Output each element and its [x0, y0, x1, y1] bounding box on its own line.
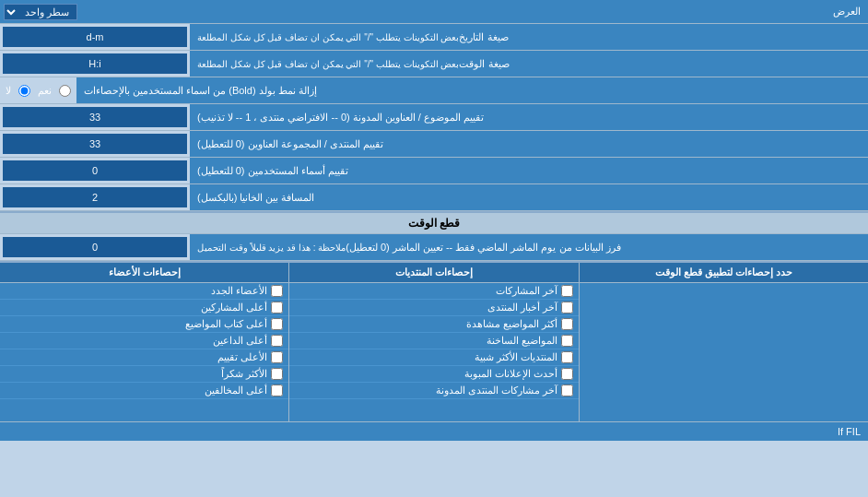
- display-select-wrap[interactable]: سطر واحد سطرين ثلاثة أسطر: [0, 2, 81, 22]
- time-format-input[interactable]: [3, 53, 187, 74]
- forum-title-rank-input[interactable]: [3, 107, 187, 127]
- display-label: العرض: [81, 3, 868, 20]
- list-item: أكثر المواضيع مشاهدة: [289, 316, 578, 333]
- members-item-5-checkbox[interactable]: [271, 368, 283, 380]
- members-item-6-label: أعلى المخالفين: [205, 385, 267, 396]
- members-item-2-label: أعلى كتاب المواضيع: [185, 318, 267, 330]
- apply-stats-header: حدد إحصاءات لتطبيق قطع الوقت: [580, 263, 868, 283]
- posts-item-6-label: آخر مشاركات المنتدى المدونة: [436, 385, 557, 396]
- date-format-label: صيغة التاريخ بعض التكوينات يتطلب "/" الت…: [190, 24, 868, 50]
- date-format-field[interactable]: [8, 31, 182, 42]
- time-format-label: صيغة الوقت بعض التكوينات يتطلب "/" التي …: [190, 51, 868, 77]
- list-item: أعلى الداعين: [0, 333, 288, 349]
- list-item: آخر مشاركات المنتدى المدونة: [289, 383, 578, 399]
- cutoff-header: قطع الوقت: [0, 211, 868, 234]
- bold-yes-radio[interactable]: [59, 85, 71, 97]
- list-item: أعلى المشاركين: [0, 300, 288, 316]
- posts-stats-items: آخر المشاركات آخر أخبار المنتدى أكثر الم…: [289, 283, 578, 399]
- list-item: أعلى كتاب المواضيع: [0, 316, 288, 333]
- posts-item-3-label: المواضيع الساخنة: [487, 335, 557, 347]
- list-item: آخر أخبار المنتدى: [289, 300, 578, 316]
- time-format-sub: بعض التكوينات يتطلب "/" التي يمكن ان تضا…: [197, 59, 459, 69]
- members-item-0-checkbox[interactable]: [271, 285, 283, 297]
- display-row: العرض سطر واحد سطرين ثلاثة أسطر: [0, 0, 868, 24]
- data-filter-sub: ملاحظة : هذا قد يزيد قليلاً وقت التحميل: [197, 243, 346, 253]
- display-dropdown[interactable]: سطر واحد سطرين ثلاثة أسطر: [4, 4, 77, 20]
- distance-field[interactable]: [8, 192, 182, 203]
- posts-stats-header: إحصاءات المنتديات: [289, 263, 578, 283]
- list-item: آخر المشاركات: [289, 283, 578, 300]
- members-item-6-checkbox[interactable]: [271, 385, 283, 396]
- main-container: العرض سطر واحد سطرين ثلاثة أسطر صيغة الت…: [0, 0, 868, 441]
- distance-label: المسافة بين الخانيا (بالبكسل): [190, 184, 868, 210]
- bold-yes-label: نعم: [38, 85, 52, 97]
- time-format-main: صيغة الوقت: [459, 58, 509, 70]
- members-item-3-label: أعلى الداعين: [213, 335, 267, 347]
- forum-group-rank-label: تقييم المنتدى / المجموعة العناوين (0 للت…: [190, 131, 868, 157]
- members-item-4-label: الأعلى تقييم: [217, 351, 267, 363]
- data-filter-input[interactable]: [3, 237, 187, 257]
- members-item-1-checkbox[interactable]: [271, 302, 283, 314]
- data-filter-label: فرز البيانات من يوم الماشر الماضي فقط --…: [190, 234, 868, 260]
- posts-item-1-label: آخر أخبار المنتدى: [487, 302, 557, 314]
- user-names-rank-row: تقييم أسماء المستخدمين (0 للتعطيل): [0, 158, 868, 184]
- apply-stats-body: [580, 283, 868, 421]
- time-format-row: صيغة الوقت بعض التكوينات يتطلب "/" التي …: [0, 51, 868, 77]
- list-item: الأكثر شكراً: [0, 366, 288, 383]
- apply-stats-col: حدد إحصاءات لتطبيق قطع الوقت: [579, 263, 868, 421]
- members-stats-header: إحصاءات الأعضاء: [0, 263, 288, 283]
- time-format-field[interactable]: [8, 58, 182, 69]
- bold-no-label: لا: [6, 85, 11, 97]
- posts-item-5-checkbox[interactable]: [561, 368, 573, 380]
- distance-row: المسافة بين الخانيا (بالبكسل): [0, 184, 868, 211]
- user-names-rank-label: تقييم أسماء المستخدمين (0 للتعطيل): [190, 158, 868, 183]
- members-item-4-checkbox[interactable]: [271, 351, 283, 363]
- list-item: الأعضاء الجدد: [0, 283, 288, 300]
- data-filter-row: فرز البيانات من يوم الماشر الماضي فقط --…: [0, 234, 868, 261]
- posts-stats-col: إحصاءات المنتديات آخر المشاركات آخر أخبا…: [288, 263, 578, 421]
- posts-item-0-checkbox[interactable]: [561, 285, 573, 297]
- posts-item-6-checkbox[interactable]: [561, 385, 573, 396]
- data-filter-field[interactable]: [8, 242, 182, 253]
- forum-title-rank-label: تقييم الموضوع / العناوين المدونة (0 -- ا…: [190, 104, 868, 130]
- posts-item-1-checkbox[interactable]: [561, 302, 573, 314]
- posts-item-2-label: أكثر المواضيع مشاهدة: [466, 318, 557, 330]
- list-item: المنتديات الأكثر شبية: [289, 349, 578, 366]
- forum-group-rank-input[interactable]: [3, 134, 187, 154]
- list-item: الأعلى تقييم: [0, 349, 288, 366]
- list-item: أحدث الإعلانات المبوبة: [289, 366, 578, 383]
- date-format-sub: بعض التكوينات يتطلب "/" التي يمكن ان تضا…: [197, 32, 459, 42]
- members-item-3-checkbox[interactable]: [271, 335, 283, 347]
- members-item-2-checkbox[interactable]: [271, 318, 283, 330]
- bold-remove-radio-group: نعم لا: [0, 83, 76, 99]
- members-stats-items: الأعضاء الجدد أعلى المشاركين أعلى كتاب ا…: [0, 283, 288, 399]
- distance-input[interactable]: [3, 187, 187, 207]
- date-format-row: صيغة التاريخ بعض التكوينات يتطلب "/" الت…: [0, 24, 868, 51]
- forum-title-rank-field[interactable]: [8, 112, 182, 123]
- data-filter-main: فرز البيانات من يوم الماشر الماضي فقط --…: [346, 242, 620, 254]
- user-names-rank-field[interactable]: [8, 165, 182, 176]
- members-stats-col: إحصاءات الأعضاء الأعضاء الجدد أعلى المشا…: [0, 263, 288, 421]
- posts-item-3-checkbox[interactable]: [561, 335, 573, 347]
- bold-remove-label: إزالة نمط بولد (Bold) من اسماء المستخدمي…: [76, 77, 868, 103]
- user-names-rank-input[interactable]: [3, 160, 187, 181]
- forum-group-rank-field[interactable]: [8, 138, 182, 149]
- posts-item-4-label: المنتديات الأكثر شبية: [475, 351, 557, 363]
- members-item-0-label: الأعضاء الجدد: [211, 285, 267, 297]
- members-item-5-label: الأكثر شكراً: [221, 368, 267, 380]
- date-format-main: صيغة التاريخ: [459, 31, 508, 43]
- posts-item-4-checkbox[interactable]: [561, 351, 573, 363]
- date-format-input[interactable]: [3, 27, 187, 47]
- posts-item-2-checkbox[interactable]: [561, 318, 573, 330]
- forum-title-rank-row: تقييم الموضوع / العناوين المدونة (0 -- ا…: [0, 104, 868, 131]
- posts-item-5-label: أحدث الإعلانات المبوبة: [464, 368, 557, 380]
- list-item: المواضيع الساخنة: [289, 333, 578, 349]
- bottom-note: If FIL: [0, 421, 868, 441]
- list-item: أعلى المخالفين: [0, 383, 288, 399]
- bottom-note-text: If FIL: [838, 426, 861, 437]
- bold-remove-row: إزالة نمط بولد (Bold) من اسماء المستخدمي…: [0, 77, 868, 104]
- members-item-1-label: أعلى المشاركين: [201, 302, 267, 314]
- bold-no-radio[interactable]: [18, 85, 30, 97]
- forum-group-rank-row: تقييم المنتدى / المجموعة العناوين (0 للت…: [0, 131, 868, 158]
- stats-section: حدد إحصاءات لتطبيق قطع الوقت إحصاءات الم…: [0, 261, 868, 421]
